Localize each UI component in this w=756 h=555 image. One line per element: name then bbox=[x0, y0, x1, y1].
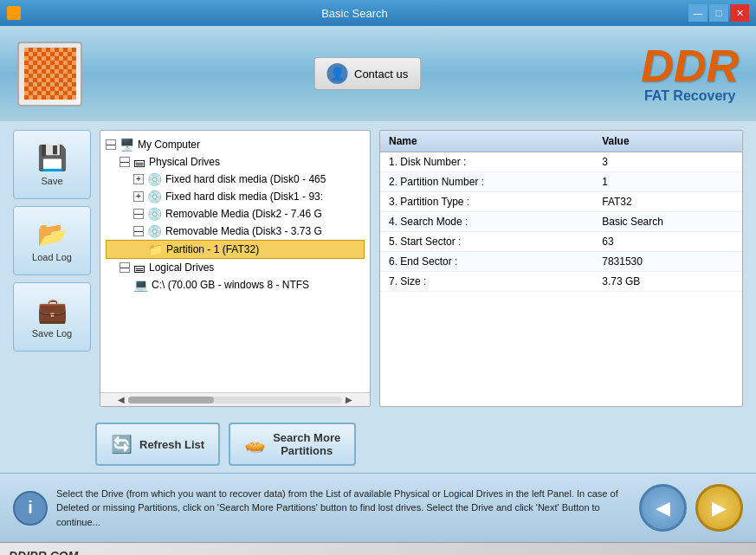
tree-drive-c[interactable]: 💻 C:\ (70.00 GB - windows 8 - NTFS bbox=[106, 276, 365, 294]
tree-my-computer-label: My Computer bbox=[138, 139, 200, 151]
tree-disk1[interactable]: + 💿 Fixed hard disk media (Disk1 - 93: bbox=[106, 188, 365, 205]
prop-value: 7831530 bbox=[593, 252, 742, 272]
table-row: 3. Partition Type :FAT32 bbox=[380, 192, 742, 212]
save-label: Save bbox=[41, 176, 62, 186]
prop-name: 5. Start Sector : bbox=[380, 232, 593, 252]
save-log-button[interactable]: 💼 Save Log bbox=[13, 282, 91, 352]
scroll-left-arrow[interactable]: ◀ bbox=[114, 393, 128, 407]
info-icon: i bbox=[13, 491, 48, 526]
tree-physical-drives[interactable]: — 🖴 Physical Drives bbox=[106, 153, 365, 171]
window-controls: — □ ✕ bbox=[688, 4, 749, 22]
app-logo-box bbox=[17, 42, 82, 106]
props-header-value: Value bbox=[593, 131, 742, 152]
prop-value: Basic Search bbox=[593, 212, 742, 232]
contact-icon: 👤 bbox=[326, 63, 347, 84]
scrollbar-track[interactable] bbox=[128, 397, 342, 403]
tree-disk3[interactable]: — 💿 Removable Media (Disk3 - 3.73 G bbox=[106, 223, 365, 240]
properties-table: Name Value 1. Disk Number :32. Partition… bbox=[380, 131, 742, 292]
scroll-right-arrow[interactable]: ▶ bbox=[342, 393, 356, 407]
save-log-label: Save Log bbox=[32, 328, 72, 339]
ddr-text: DDR bbox=[641, 43, 739, 88]
tree-logical-drives[interactable]: — 🖴 Logical Drives bbox=[106, 259, 365, 276]
prop-name: 7. Size : bbox=[380, 272, 593, 292]
footer-logo: DDIPR.COM bbox=[9, 549, 78, 556]
sidebar: 💾 Save 📂 Load Log 💼 Save Log bbox=[13, 130, 91, 407]
refresh-list-button[interactable]: 🔄 Refresh List bbox=[95, 423, 220, 466]
tree-logical-drives-label: Logical Drives bbox=[149, 261, 214, 274]
prop-name: 6. End Sector : bbox=[380, 252, 593, 272]
tree-disk0[interactable]: + 💿 Fixed hard disk media (Disk0 - 465 bbox=[106, 171, 365, 188]
bottom-buttons: 🔄 Refresh List 🥧 Search MorePartitions bbox=[0, 416, 756, 473]
title-bar-left bbox=[7, 6, 21, 20]
load-log-label: Load Log bbox=[32, 252, 72, 262]
refresh-icon: 🔄 bbox=[111, 434, 132, 455]
expand-icon-disk1[interactable]: + bbox=[133, 191, 144, 202]
footer-bar: DDIPR.COM bbox=[0, 542, 756, 555]
close-button[interactable]: ✕ bbox=[730, 4, 749, 22]
tree-disk2-label: Removable Media (Disk2 - 7.46 G bbox=[165, 208, 322, 220]
prop-value: 1 bbox=[593, 172, 742, 192]
scrollbar-thumb bbox=[128, 397, 214, 403]
prop-name: 4. Search Mode : bbox=[380, 212, 593, 232]
tree-disk3-label: Removable Media (Disk3 - 3.73 G bbox=[165, 225, 322, 237]
search-partitions-button[interactable]: 🥧 Search MorePartitions bbox=[229, 423, 356, 466]
status-text: Select the Drive (from which you want to… bbox=[56, 487, 630, 530]
save-button[interactable]: 💾 Save bbox=[13, 130, 91, 199]
tree-disk1-label: Fixed hard disk media (Disk1 - 93: bbox=[165, 190, 323, 203]
tree-drive-c-label: C:\ (70.00 GB - windows 8 - NTFS bbox=[152, 279, 309, 291]
refresh-list-label: Refresh List bbox=[139, 438, 204, 451]
prop-name: 3. Partition Type : bbox=[380, 192, 593, 212]
logo-checkerboard bbox=[24, 48, 76, 100]
props-header-name: Name bbox=[380, 131, 593, 152]
status-bar: i Select the Drive (from which you want … bbox=[0, 473, 756, 542]
table-row: 4. Search Mode :Basic Search bbox=[380, 212, 742, 232]
expand-icon-physical[interactable]: — bbox=[120, 157, 130, 167]
table-row: 6. End Sector :7831530 bbox=[380, 252, 742, 272]
search-partitions-icon: 🥧 bbox=[244, 434, 266, 455]
table-row: 5. Start Sector :63 bbox=[380, 232, 742, 252]
horizontal-scrollbar[interactable]: ◀ ▶ bbox=[100, 392, 370, 406]
contact-button-label: Contact us bbox=[354, 68, 408, 81]
save-icon: 💾 bbox=[37, 144, 68, 172]
app-icon bbox=[7, 6, 21, 20]
tree-disk0-label: Fixed hard disk media (Disk0 - 465 bbox=[165, 173, 326, 185]
tree-partition1[interactable]: 📁 Partition - 1 (FAT32) bbox=[106, 240, 365, 259]
contact-button[interactable]: 👤 Contact us bbox=[313, 57, 421, 90]
prop-value: 3 bbox=[593, 152, 742, 172]
window-title: Basic Search bbox=[21, 7, 688, 20]
expand-icon-disk0[interactable]: + bbox=[133, 174, 144, 184]
drive-tree-panel: — 🖥️ My Computer — 🖴 Physical Drives + 💿… bbox=[100, 130, 371, 407]
prop-name: 2. Partition Number : bbox=[380, 172, 593, 192]
load-log-button[interactable]: 📂 Load Log bbox=[13, 206, 91, 275]
tree-disk2[interactable]: — 💿 Removable Media (Disk2 - 7.46 G bbox=[106, 205, 365, 223]
ddr-logo: DDR FAT Recovery bbox=[641, 43, 739, 104]
minimize-button[interactable]: — bbox=[688, 4, 708, 22]
prop-value: 3.73 GB bbox=[593, 272, 742, 292]
next-button[interactable]: ▶ bbox=[695, 484, 743, 532]
prop-value: 63 bbox=[593, 232, 742, 252]
title-bar: Basic Search — □ ✕ bbox=[0, 0, 756, 26]
maximize-button[interactable]: □ bbox=[709, 4, 728, 22]
save-log-icon: 💼 bbox=[37, 296, 68, 325]
search-partitions-label: Search MorePartitions bbox=[273, 431, 340, 457]
tree-partition1-label: Partition - 1 (FAT32) bbox=[166, 243, 259, 255]
expand-icon-disk3[interactable]: — bbox=[133, 226, 144, 236]
tree-physical-drives-label: Physical Drives bbox=[149, 156, 220, 168]
tree-my-computer[interactable]: — 🖥️ My Computer bbox=[106, 136, 365, 153]
table-row: 1. Disk Number :3 bbox=[380, 152, 742, 172]
prop-name: 1. Disk Number : bbox=[380, 152, 593, 172]
back-button[interactable]: ◀ bbox=[639, 484, 687, 532]
drive-tree-scroll[interactable]: — 🖥️ My Computer — 🖴 Physical Drives + 💿… bbox=[100, 131, 370, 392]
table-row: 2. Partition Number :1 bbox=[380, 172, 742, 192]
main-area: 💾 Save 📂 Load Log 💼 Save Log — 🖥️ My Com… bbox=[0, 121, 756, 416]
expand-icon-computer[interactable]: — bbox=[106, 139, 116, 150]
load-log-icon: 📂 bbox=[37, 220, 68, 248]
properties-panel: Name Value 1. Disk Number :32. Partition… bbox=[379, 130, 743, 407]
expand-icon-disk2[interactable]: — bbox=[133, 209, 144, 219]
table-row: 7. Size :3.73 GB bbox=[380, 272, 742, 292]
header: 👤 Contact us DDR FAT Recovery bbox=[0, 26, 756, 121]
expand-icon-logical[interactable]: — bbox=[120, 262, 130, 273]
prop-value: FAT32 bbox=[593, 192, 742, 212]
fat-recovery-text: FAT Recovery bbox=[641, 88, 739, 104]
